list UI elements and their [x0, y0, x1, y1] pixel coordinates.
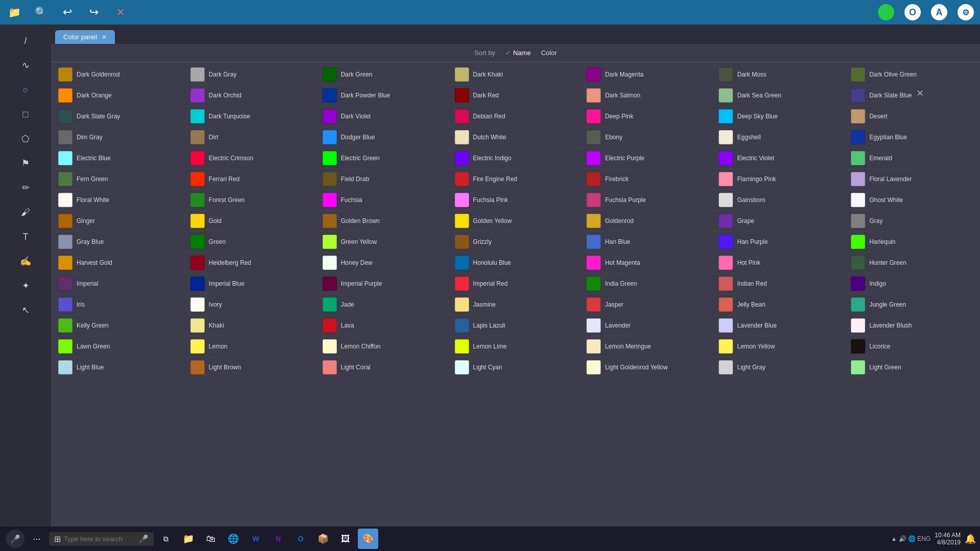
color-item[interactable]: Dark Turquoise	[185, 106, 317, 127]
sort-by-name[interactable]: ✓ Name	[505, 49, 531, 57]
color-item[interactable]: Forest Green	[185, 190, 317, 211]
color-item[interactable]: Green	[185, 232, 317, 253]
color-item[interactable]: Hot Magenta	[581, 253, 714, 273]
color-item[interactable]: Dark Slate Gray	[53, 106, 185, 127]
color-item[interactable]: Lemon Yellow	[714, 336, 846, 357]
flag-tool[interactable]: ⚑	[15, 153, 36, 173]
color-item[interactable]: Jade	[317, 294, 450, 315]
color-item[interactable]: Indian Red	[714, 273, 846, 294]
color-grid[interactable]: Dark Goldenrod Dark Gray Dark Green Dark…	[51, 62, 980, 527]
color-item[interactable]: Light Gray	[714, 357, 846, 378]
color-item[interactable]: Jasper	[581, 294, 714, 315]
color-item[interactable]: Dark Violet	[317, 106, 450, 127]
close-icon[interactable]: ✕	[112, 4, 129, 20]
word-btn[interactable]: W	[246, 529, 266, 549]
color-item[interactable]: Imperial	[53, 273, 185, 294]
color-item[interactable]: Fuchsia Purple	[581, 190, 714, 211]
color-item[interactable]: Electric Green	[317, 148, 450, 169]
outlook-btn[interactable]: O	[290, 529, 311, 549]
pen-tool[interactable]: /	[15, 31, 36, 51]
color-item[interactable]: Han Purple	[714, 232, 846, 253]
task-view-btn[interactable]: ⧉	[156, 529, 176, 549]
color-item[interactable]: Light Coral	[317, 357, 450, 378]
color-item[interactable]: Dim Gray	[53, 127, 185, 148]
folder-icon[interactable]: 📁	[6, 4, 22, 20]
settings-icon[interactable]: ⚙	[958, 4, 974, 20]
color-item[interactable]: Dark Moss	[714, 64, 846, 85]
color-item[interactable]: Lemon Meringue	[581, 336, 714, 357]
color-item[interactable]: Green Yellow	[317, 232, 450, 253]
color-item[interactable]: Ferrari Red	[185, 169, 317, 190]
curve-tool[interactable]: ∿	[15, 55, 36, 76]
color-item[interactable]: Light Cyan	[450, 357, 582, 378]
panel-close-btn[interactable]: ✕	[916, 88, 924, 99]
color-item[interactable]: Licorice	[846, 336, 978, 357]
color-item[interactable]: Honolulu Blue	[450, 253, 582, 273]
star-tool[interactable]: ✦	[15, 276, 36, 296]
color-item[interactable]: Deep Sky Blue	[714, 106, 846, 127]
color-item[interactable]: Dark Slate Blue	[846, 85, 978, 106]
color-item[interactable]: Fuchsia Pink	[450, 190, 582, 211]
color-item[interactable]: Lapis Lazuli	[450, 315, 582, 336]
search-icon[interactable]: 🔍	[33, 4, 49, 20]
color-item[interactable]: Emerald	[846, 148, 978, 169]
color-item[interactable]: Heidelberg Red	[185, 253, 317, 273]
color-item[interactable]: Golden Yellow	[450, 211, 582, 232]
notification-btn[interactable]: 🔔	[965, 533, 976, 544]
color-item[interactable]: Dirt	[185, 127, 317, 148]
color-item[interactable]: Kelly Green	[53, 315, 185, 336]
color-item[interactable]: Dark Sea Green	[714, 85, 846, 106]
color-item[interactable]: Electric Purple	[581, 148, 714, 169]
color-item[interactable]: Dutch White	[450, 127, 582, 148]
color-item[interactable]: Fire Engine Red	[450, 169, 582, 190]
color-item[interactable]: Debian Red	[450, 106, 582, 127]
color-item[interactable]: Gold	[185, 211, 317, 232]
color-item[interactable]: Dark Red	[450, 85, 582, 106]
color-item[interactable]: Floral Lavender	[846, 169, 978, 190]
color-item[interactable]: Dark Goldenrod	[53, 64, 185, 85]
redo-icon[interactable]: ↪	[86, 4, 102, 20]
color-item[interactable]: Electric Indigo	[450, 148, 582, 169]
color-item[interactable]: Dark Gray	[185, 64, 317, 85]
color-item[interactable]: Dark Khaki	[450, 64, 582, 85]
more-options-btn[interactable]: ···	[27, 529, 47, 549]
color-item[interactable]: Imperial Purple	[317, 273, 450, 294]
color-item[interactable]: Indigo	[846, 273, 978, 294]
color-item[interactable]: Lavender Blush	[846, 315, 978, 336]
color-item[interactable]: Grape	[714, 211, 846, 232]
color-item[interactable]: Han Blue	[581, 232, 714, 253]
color-item[interactable]: Lavender	[581, 315, 714, 336]
mic-button[interactable]: 🎤	[6, 530, 24, 548]
color-item[interactable]: Flamingo Pink	[714, 169, 846, 190]
color-item[interactable]: Firebrick	[581, 169, 714, 190]
color-item[interactable]: India Green	[581, 273, 714, 294]
tab-close-btn[interactable]: ✕	[102, 34, 107, 41]
color-item[interactable]: Lavender Blue	[714, 315, 846, 336]
app2-btn[interactable]: 🖼	[335, 529, 356, 549]
color-item[interactable]: Fern Green	[53, 169, 185, 190]
pentagon-tool[interactable]: ⬠	[15, 129, 36, 149]
color-item[interactable]: Floral White	[53, 190, 185, 211]
color-item[interactable]: Dodger Blue	[317, 127, 450, 148]
color-item[interactable]: Gray Blue	[53, 232, 185, 253]
color-item[interactable]: Ebony	[581, 127, 714, 148]
color-item[interactable]: Light Goldenrod Yellow	[581, 357, 714, 378]
color-item[interactable]: Dark Salmon	[581, 85, 714, 106]
onenote-btn[interactable]: N	[268, 529, 288, 549]
color-item[interactable]: Ivory	[185, 294, 317, 315]
file-explorer-btn[interactable]: 📁	[178, 529, 199, 549]
color-item[interactable]: Honey Dew	[317, 253, 450, 273]
color-item[interactable]: Light Blue	[53, 357, 185, 378]
color-item[interactable]: Imperial Red	[450, 273, 582, 294]
color-item[interactable]: Light Green	[846, 357, 978, 378]
store-btn[interactable]: 🛍	[201, 529, 221, 549]
color-item[interactable]: Lemon Chiffon	[317, 336, 450, 357]
color-panel-tab[interactable]: Color panel ✕	[55, 30, 115, 44]
color-item[interactable]: Lemon	[185, 336, 317, 357]
color-item[interactable]: Jelly Bean	[714, 294, 846, 315]
color-item[interactable]: Iris	[53, 294, 185, 315]
color-item[interactable]: Dark Green	[317, 64, 450, 85]
color-item[interactable]: Gainsboro	[714, 190, 846, 211]
select-tool[interactable]: ↖	[15, 300, 36, 320]
color-item[interactable]: Hot Pink	[714, 253, 846, 273]
